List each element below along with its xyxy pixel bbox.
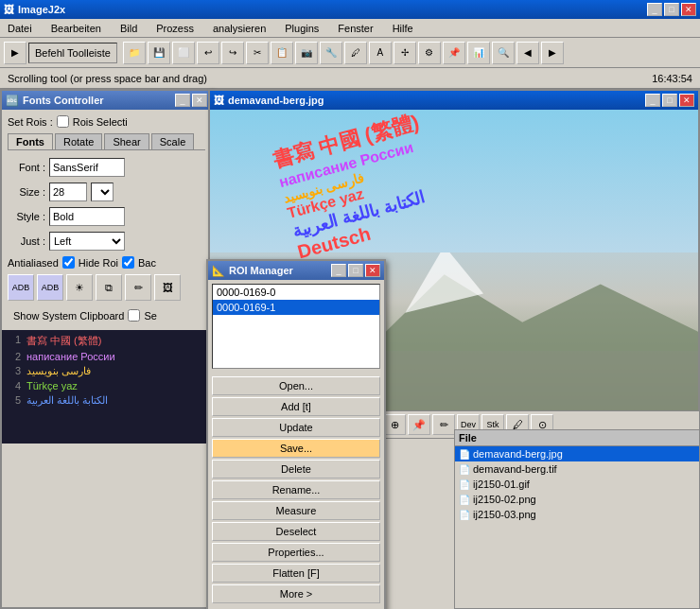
toolbar-btn-2[interactable]: 💾 — [148, 42, 170, 64]
image-title-bar: 🖼 demavand-berg.jpg _ □ ✕ — [210, 91, 698, 110]
roi-list[interactable]: 0000-0169-0 0000-0169-1 — [212, 284, 380, 369]
font-row: Font : — [8, 158, 205, 177]
line-num-5: 5 — [6, 394, 21, 407]
menu-fenster[interactable]: Fenster — [334, 23, 376, 34]
menu-analysieren[interactable]: analysieren — [209, 23, 270, 34]
text-content-2: написание России — [26, 351, 115, 362]
toolbar-btn-17[interactable]: ◀ — [516, 42, 539, 64]
options-row: Antialiased Hide Roi Bac — [8, 256, 205, 269]
play-button[interactable]: ▶ — [4, 42, 26, 64]
roi-maximize[interactable]: □ — [348, 264, 363, 277]
roi-rename-btn[interactable]: Rename... — [212, 480, 380, 499]
roi-controls: _ □ ✕ — [331, 264, 380, 277]
img-tool-plus[interactable]: ⊕ — [383, 414, 406, 435]
minimize-button[interactable]: _ — [647, 3, 662, 16]
fc-tool-edit[interactable]: ✏ — [125, 274, 151, 301]
antialiased-label: Antialiased — [8, 257, 59, 269]
toolbar-btn-12[interactable]: ✢ — [394, 42, 416, 64]
img-maximize[interactable]: □ — [662, 94, 677, 107]
file-icon-0: 📄 — [459, 449, 470, 460]
close-button[interactable]: ✕ — [681, 3, 696, 16]
hide-roi-checkbox[interactable] — [122, 256, 134, 269]
toolbar-btn-6[interactable]: ✂ — [246, 42, 269, 64]
roi-deselect-btn[interactable]: Deselect — [212, 522, 380, 541]
file-icon-3: 📄 — [459, 495, 470, 505]
roi-measure-btn[interactable]: Measure — [212, 501, 380, 520]
img-tool-pencil[interactable]: ✏ — [432, 414, 455, 435]
style-input[interactable] — [49, 207, 125, 226]
text-content-1: 書寫 中國 (繁體) — [26, 334, 101, 348]
roi-more-btn[interactable]: More > — [212, 584, 380, 603]
file-item-0[interactable]: 📄 demavand-berg.jpg — [455, 446, 699, 461]
toolbar-btn-10[interactable]: 🖊 — [344, 42, 367, 64]
font-input[interactable] — [49, 158, 125, 177]
file-item-1[interactable]: 📄 demavand-berg.tif — [455, 461, 699, 477]
show-clipboard-checkbox[interactable] — [128, 309, 140, 322]
app-window: 🖼 ImageJ2x _ □ ✕ Datei Bearbeiten Bild P… — [0, 0, 700, 609]
toolbar-btn-13[interactable]: ⚙ — [418, 42, 441, 64]
roi-manager-window: 📐 ROI Manager _ □ ✕ 0000-0169-0 0000-016… — [206, 259, 386, 609]
menu-bearbeiten[interactable]: Bearbeiten — [47, 23, 105, 34]
tab-scale[interactable]: Scale — [151, 133, 195, 149]
toolbar-btn-8[interactable]: 📷 — [295, 42, 318, 64]
just-select[interactable]: Left Center Right — [49, 232, 125, 251]
font-label: Font : — [8, 162, 45, 173]
toolbar-btn-14[interactable]: 📌 — [443, 42, 465, 64]
img-minimize[interactable]: _ — [645, 94, 660, 107]
line-num-4: 4 — [6, 380, 21, 392]
tab-fonts[interactable]: Fonts — [8, 133, 53, 149]
menu-prozess[interactable]: Prozess — [152, 23, 198, 34]
toolbar-btn-4[interactable]: ↩ — [197, 42, 219, 64]
roi-close[interactable]: ✕ — [365, 264, 380, 277]
roi-add-btn[interactable]: Add [t] — [212, 397, 380, 416]
menu-bild[interactable]: Bild — [116, 23, 141, 34]
size-select[interactable]: ▼ — [91, 183, 114, 201]
roi-properties-btn[interactable]: Properties... — [212, 543, 380, 562]
set-rois-checkbox[interactable] — [57, 115, 69, 128]
file-item-2[interactable]: 📄 ij2150-01.gif — [455, 477, 699, 492]
tab-rotate[interactable]: Rotate — [55, 133, 102, 149]
fc-tool-adb2[interactable]: ADB — [37, 274, 63, 301]
fc-tool-img[interactable]: 🖼 — [154, 274, 181, 301]
maximize-button[interactable]: □ — [664, 3, 679, 16]
roi-delete-btn[interactable]: Delete — [212, 460, 380, 478]
menu-datei[interactable]: Datei — [4, 23, 36, 34]
toolbar-btn-1[interactable]: 📁 — [123, 42, 146, 64]
tab-shear[interactable]: Shear — [104, 133, 149, 149]
roi-item-0[interactable]: 0000-0169-0 — [213, 285, 379, 300]
antialiased-checkbox[interactable] — [62, 256, 75, 269]
toolbar-btn-9[interactable]: 🔧 — [320, 42, 342, 64]
roi-open-btn[interactable]: Open... — [212, 376, 380, 395]
toolbar-btn-7[interactable]: 📋 — [271, 42, 293, 64]
file-item-3[interactable]: 📄 ij2150-02.png — [455, 492, 699, 507]
fc-close[interactable]: ✕ — [192, 94, 207, 107]
toolbar-btn-15[interactable]: 📊 — [467, 42, 490, 64]
file-name-4: ij2150-03.png — [473, 509, 536, 520]
file-item-4[interactable]: 📄 ij2150-03.png — [455, 507, 699, 522]
fc-tool-sun[interactable]: ☀ — [66, 274, 93, 301]
roi-flatten-btn[interactable]: Flatten [F] — [212, 564, 380, 583]
size-input[interactable] — [49, 183, 87, 201]
roi-item-1[interactable]: 0000-0169-1 — [213, 300, 379, 315]
fc-tool-adb1[interactable]: ADB — [8, 274, 34, 301]
roi-minimize[interactable]: _ — [331, 264, 346, 277]
se-label: Se — [144, 310, 156, 322]
toolbar-btn-5[interactable]: ↪ — [221, 42, 244, 64]
menu-hilfe[interactable]: Hilfe — [389, 23, 417, 34]
toolbar-btn-3[interactable]: ⬜ — [172, 42, 195, 64]
roi-save-btn[interactable]: Save... — [212, 439, 380, 458]
fc-tool-copy[interactable]: ⧉ — [96, 274, 122, 301]
fc-minimize[interactable]: _ — [175, 94, 190, 107]
toolbar-btn-16[interactable]: 🔍 — [492, 42, 515, 64]
text-line-2: 2 написание России — [6, 351, 207, 362]
img-close[interactable]: ✕ — [679, 94, 694, 107]
roi-update-btn[interactable]: Update — [212, 418, 380, 437]
toolbar-btn-11[interactable]: A — [369, 42, 392, 64]
file-name-3: ij2150-02.png — [473, 494, 536, 505]
toolbar-btn-18[interactable]: ▶ — [541, 42, 564, 64]
menu-plugins[interactable]: Plugins — [281, 23, 323, 34]
just-row: Just : Left Center Right — [8, 232, 205, 251]
fonts-controller-window: 🔤 Fonts Controller _ ✕ Set Rois : Rois S… — [0, 89, 213, 609]
img-tool-pin[interactable]: 📌 — [408, 414, 430, 435]
fonts-controller-icon: 🔤 — [6, 95, 19, 107]
